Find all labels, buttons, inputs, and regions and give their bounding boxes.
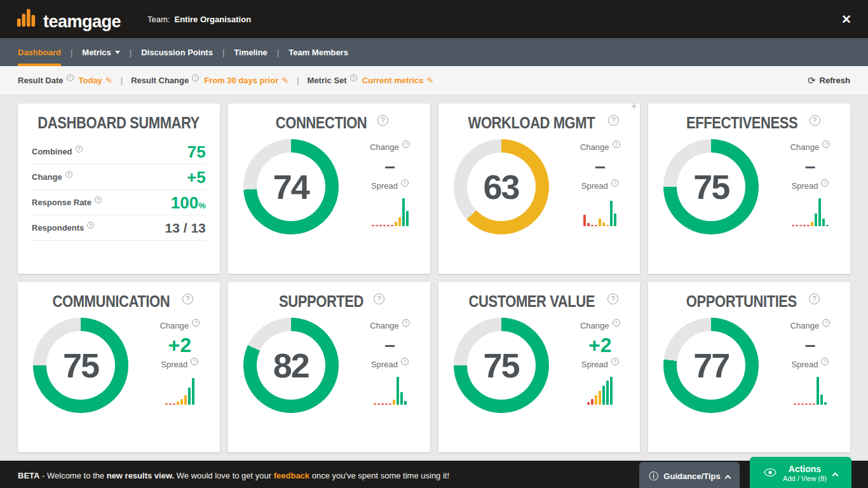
- metric-title: CONNECTION: [276, 114, 367, 132]
- filter-divider: |: [121, 76, 123, 85]
- score-gauge: 75: [663, 139, 759, 234]
- beta-message: BETA - Welcome to the new results view. …: [18, 471, 449, 480]
- spread-bar: [381, 403, 384, 405]
- help-icon[interactable]: ?: [192, 319, 200, 327]
- spread-bar: [602, 386, 605, 405]
- card-title-row: CONNECTION?: [228, 104, 430, 139]
- nav-divider: |: [130, 38, 132, 66]
- spread-bar: [169, 403, 172, 405]
- beta-text-1: - Welcome to the: [39, 471, 106, 480]
- tab-discussion-points[interactable]: Discussion Points: [141, 38, 213, 66]
- help-icon[interactable]: ?: [607, 294, 618, 304]
- spread-bar: [815, 214, 817, 226]
- tab-timeline[interactable]: Timeline: [234, 38, 268, 66]
- metric-card-connection: CONNECTION? 74 Change? – Spread?: [228, 104, 430, 274]
- help-icon[interactable]: ?: [611, 179, 619, 187]
- help-icon[interactable]: ?: [76, 146, 83, 152]
- spread-bar: [824, 402, 827, 405]
- help-icon[interactable]: ?: [377, 115, 388, 126]
- help-icon[interactable]: ?: [821, 358, 829, 365]
- metric-set-value[interactable]: Current metrics: [362, 76, 424, 85]
- help-icon[interactable]: ?: [809, 294, 820, 304]
- help-icon[interactable]: ?: [613, 140, 620, 148]
- help-icon[interactable]: ?: [608, 115, 619, 126]
- spread-bar: [794, 403, 796, 405]
- spread-label-row: Spread?: [581, 360, 619, 369]
- help-icon[interactable]: ?: [192, 74, 199, 81]
- edit-icon[interactable]: ✎: [426, 76, 433, 85]
- card-title-row: WORKLOAD MGMT?: [438, 104, 641, 139]
- teamgage-app: teamgage Team: Entire Organisation ✕ Das…: [0, 0, 868, 488]
- help-icon[interactable]: ?: [350, 74, 357, 81]
- nav-divider: |: [71, 38, 72, 66]
- spread-bar: [807, 225, 810, 226]
- help-icon[interactable]: ?: [401, 179, 409, 187]
- help-icon[interactable]: ?: [182, 294, 193, 304]
- summary-row: Change?+5: [32, 165, 206, 190]
- change-label-row: Change?: [370, 142, 410, 152]
- change-value: –: [805, 152, 816, 181]
- edit-icon[interactable]: ✎: [281, 76, 288, 85]
- chevron-down-icon: [115, 51, 120, 54]
- spread-bar: [173, 403, 175, 405]
- metric-title: COMMUNICATION: [53, 292, 170, 311]
- change-value: –: [384, 330, 395, 360]
- card-title: DASHBOARD SUMMARY: [38, 114, 200, 132]
- help-icon[interactable]: ?: [821, 179, 829, 187]
- actions-labels: Actions Add / View (8): [783, 464, 827, 483]
- logo-text: teamgage: [43, 13, 121, 30]
- spread-bar: [606, 225, 609, 226]
- help-icon[interactable]: ?: [822, 319, 830, 327]
- spread-bar: [391, 225, 393, 226]
- help-icon[interactable]: ?: [95, 196, 102, 203]
- help-icon[interactable]: ?: [810, 115, 820, 126]
- move-card-icon[interactable]: +: [631, 101, 637, 111]
- spread-bar: [374, 403, 376, 405]
- change-label-row: Change?: [370, 321, 410, 330]
- tab-metrics[interactable]: Metrics: [82, 38, 120, 66]
- refresh-button[interactable]: ⟳ Refresh: [808, 75, 850, 86]
- nav-divider: |: [222, 38, 224, 66]
- guidance-tips-button[interactable]: ⓘ Guidance/Tips: [639, 462, 740, 488]
- tab-team-members[interactable]: Team Members: [288, 38, 348, 66]
- spread-bar: [395, 222, 397, 226]
- spread-bar: [805, 403, 808, 405]
- spread-bar: [406, 211, 409, 226]
- spread-bar: [818, 198, 821, 226]
- close-icon[interactable]: ✕: [841, 12, 851, 27]
- spread-bar: [376, 225, 378, 226]
- help-icon[interactable]: ?: [87, 222, 94, 229]
- help-icon[interactable]: ?: [613, 319, 620, 327]
- card-title-row: DASHBOARD SUMMARY: [18, 104, 220, 139]
- metric-body: 82 Change? – Spread?: [228, 318, 430, 413]
- change-label: Change: [370, 321, 399, 330]
- help-icon[interactable]: ?: [401, 358, 409, 365]
- tab-label: Timeline: [234, 48, 268, 57]
- change-value: –: [805, 330, 816, 360]
- edit-icon[interactable]: ✎: [105, 76, 112, 85]
- spread-bar: [400, 392, 403, 405]
- help-icon[interactable]: ?: [402, 319, 410, 327]
- spread-bar: [606, 381, 609, 405]
- spread-chart: [374, 374, 407, 405]
- help-icon[interactable]: ?: [402, 140, 410, 148]
- result-date-label: Result Date: [18, 76, 64, 85]
- spread-bar: [389, 403, 391, 405]
- help-icon[interactable]: ?: [611, 358, 619, 365]
- help-icon[interactable]: ?: [67, 74, 74, 81]
- spread-label: Spread: [792, 181, 818, 191]
- spread-label: Spread: [371, 360, 398, 369]
- help-icon[interactable]: ?: [374, 294, 384, 304]
- actions-button[interactable]: Actions Add / View (8): [750, 457, 851, 488]
- feedback-link[interactable]: feedback: [274, 471, 309, 480]
- help-icon[interactable]: ?: [822, 140, 830, 148]
- change-label-row: Change?: [790, 321, 831, 330]
- help-icon[interactable]: ?: [65, 171, 72, 178]
- result-date-value[interactable]: Today: [79, 76, 102, 85]
- metric-card-supported: SUPPORTED? 82 Change? – Spread?: [228, 282, 430, 452]
- result-change-value[interactable]: From 30 days prior: [204, 76, 278, 85]
- change-label-row: Change?: [580, 142, 620, 152]
- teamgage-logo[interactable]: teamgage: [17, 8, 121, 30]
- tab-dashboard[interactable]: Dashboard: [18, 38, 61, 66]
- help-icon[interactable]: ?: [191, 358, 198, 365]
